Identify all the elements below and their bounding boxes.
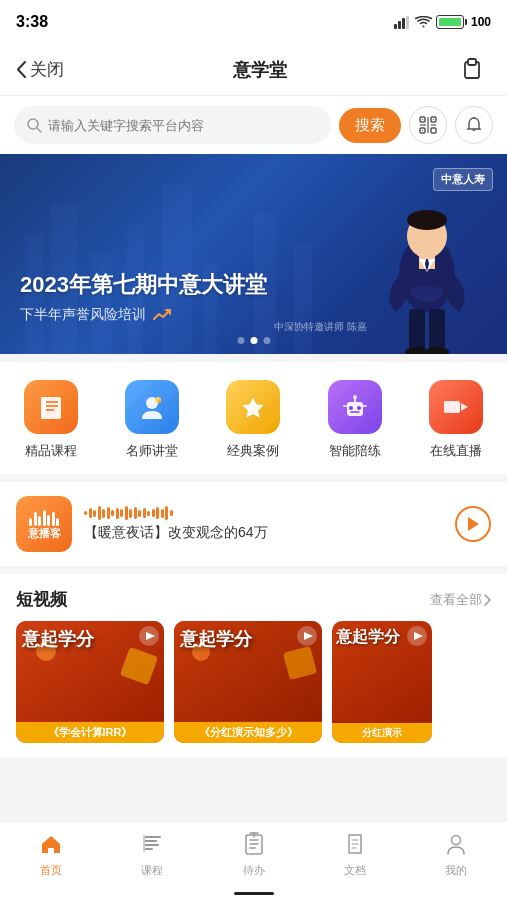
nav-mine[interactable]: 我的 — [406, 830, 507, 878]
video-subtitle-2: 《分红演示知多少》 — [174, 722, 322, 743]
podcast-play-button[interactable] — [455, 506, 491, 542]
video-thumb-2: 意起学分 — [174, 621, 322, 721]
trending-icon — [152, 307, 172, 323]
section-header: 短视频 查看全部 — [0, 574, 507, 621]
video-card-1[interactable]: 意起学分 第六期 《学会计算IRR》 — [16, 621, 164, 743]
video-badge-1: 意起学分 — [22, 627, 94, 651]
nav-courses[interactable]: 课程 — [101, 830, 202, 878]
share-icon — [461, 58, 485, 82]
banner-title: 2023年第七期中意大讲堂 — [20, 271, 267, 300]
svg-rect-14 — [422, 130, 423, 131]
battery-percentage: 100 — [471, 15, 491, 29]
nav-home[interactable]: 首页 — [0, 830, 101, 878]
podcast-waveform — [84, 506, 443, 520]
video-subtitle-1: 《学会计算IRR》 — [16, 722, 164, 743]
svg-rect-56 — [143, 840, 157, 842]
video-thumb-1: 意起学分 — [16, 621, 164, 721]
svg-rect-57 — [143, 844, 159, 846]
svg-line-7 — [37, 128, 41, 132]
banner-logo: 中意人寿 — [433, 168, 493, 191]
video-list: 意起学分 第六期 《学会计算IRR》 — [0, 621, 507, 757]
menu-item-courses[interactable]: 精品课程 — [24, 380, 78, 460]
svg-marker-47 — [461, 403, 468, 411]
menu-item-ai[interactable]: 智能陪练 — [328, 380, 382, 460]
signal-icon — [394, 16, 411, 29]
menu-item-lectures[interactable]: ★ 名师讲堂 — [125, 380, 179, 460]
svg-rect-59 — [143, 835, 145, 852]
dot-3[interactable] — [263, 337, 270, 344]
status-bar: 3:38 100 — [0, 0, 507, 44]
nav-docs[interactable]: 文档 — [304, 830, 405, 878]
quick-menu: 精品课程 ★ 名师讲堂 经典案例 — [0, 362, 507, 474]
view-all-button[interactable]: 查看全部 — [430, 591, 491, 609]
video-thumb-3: 意起学分 — [332, 621, 432, 721]
menu-item-live[interactable]: 在线直播 — [429, 380, 483, 460]
podcast-title: 【暖意夜话】改变观念的64万 — [84, 524, 443, 542]
nav-mine-label: 我的 — [445, 863, 467, 878]
search-input[interactable] — [48, 118, 319, 133]
share-button[interactable] — [455, 52, 491, 88]
star-icon — [239, 393, 267, 421]
banner: 中意人寿 2023年第七期中意大讲堂 下半年声誉风险培训 — [0, 154, 507, 354]
cases-icon-wrap — [226, 380, 280, 434]
svg-rect-11 — [431, 128, 436, 133]
podcast-logo-bars — [29, 510, 59, 526]
courses-nav-icon — [140, 832, 164, 860]
nav-todo[interactable]: 待办 — [203, 830, 304, 878]
svg-rect-46 — [444, 401, 460, 413]
search-icon — [26, 117, 42, 133]
svg-rect-1 — [398, 21, 401, 29]
svg-rect-2 — [402, 18, 405, 29]
courses-icon-wrap — [24, 380, 78, 434]
video-badge-2: 意起学分 — [180, 627, 252, 651]
scan-button[interactable] — [409, 106, 447, 144]
ai-icon-wrap — [328, 380, 382, 434]
nav-courses-label: 课程 — [141, 863, 163, 878]
back-label: 关闭 — [30, 58, 64, 81]
svg-rect-3 — [406, 16, 409, 29]
svg-point-43 — [353, 395, 357, 399]
podcast-info: 【暖意夜话】改变观念的64万 — [84, 506, 443, 542]
nav-bar: 关闭 意学堂 — [0, 44, 507, 96]
notification-button[interactable] — [455, 106, 493, 144]
status-time: 3:38 — [16, 13, 48, 31]
video-badge-3: 意起学分 — [336, 627, 400, 648]
svg-point-69 — [452, 836, 461, 845]
dot-2[interactable] — [250, 337, 257, 344]
person-illustration — [367, 194, 487, 354]
live-icon-wrap — [429, 380, 483, 434]
search-button[interactable]: 搜索 — [339, 108, 401, 143]
video-icon — [442, 393, 470, 421]
video-play-1 — [138, 625, 160, 651]
video-card-2[interactable]: 意起学分 第五期 《分红演示知多少》 — [174, 621, 322, 743]
back-chevron-icon — [16, 61, 26, 78]
banner-credit: 中深协特邀讲师 陈嘉 — [274, 320, 367, 334]
back-button[interactable]: 关闭 — [16, 58, 64, 81]
home-indicator — [234, 892, 274, 895]
nav-title: 意学堂 — [233, 58, 287, 82]
section-title: 短视频 — [16, 588, 67, 611]
wifi-icon — [415, 16, 432, 29]
scan-icon — [419, 116, 437, 134]
video-card-3[interactable]: 意起学分 第 分红演示 — [332, 621, 432, 743]
short-videos-section: 短视频 查看全部 意起学分 — [0, 574, 507, 757]
search-input-wrap[interactable] — [14, 106, 331, 144]
chevron-right-icon — [484, 594, 491, 606]
bottom-nav: 首页 课程 待办 — [0, 821, 507, 901]
menu-item-cases[interactable]: 经典案例 — [226, 380, 280, 460]
svg-rect-12 — [422, 119, 423, 120]
svg-rect-55 — [143, 836, 161, 838]
mine-nav-icon — [444, 832, 468, 860]
video-play-3 — [406, 625, 428, 651]
nav-home-label: 首页 — [40, 863, 62, 878]
robot-icon — [341, 393, 369, 421]
podcast-logo-text: 意播 客 — [28, 528, 61, 539]
dot-1[interactable] — [237, 337, 244, 344]
menu-ai-label: 智能陪练 — [329, 442, 381, 460]
svg-point-21 — [407, 210, 447, 230]
battery-icon — [436, 15, 467, 29]
banner-subtitle: 下半年声誉风险培训 — [20, 306, 267, 324]
svg-point-18 — [473, 117, 475, 119]
podcast-strip: 意播 客 【暖意夜话】改变观念的64万 — [0, 482, 507, 566]
svg-point-28 — [425, 347, 449, 354]
